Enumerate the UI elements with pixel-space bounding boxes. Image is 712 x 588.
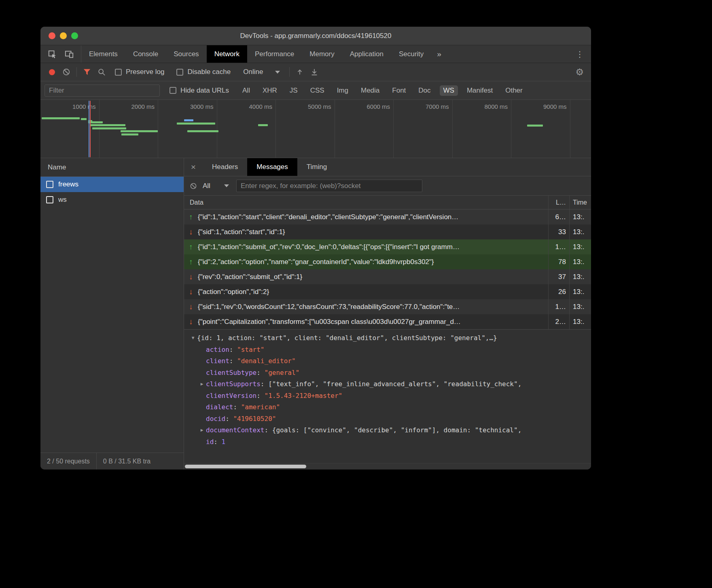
filter-chip-css[interactable]: CSS xyxy=(307,85,328,96)
clear-messages-icon[interactable] xyxy=(190,182,197,190)
minimize-window-button[interactable] xyxy=(60,32,67,39)
filter-chip-img[interactable]: Img xyxy=(333,85,352,96)
message-data: {"rev":0,"action":"submit_ot","id":1} xyxy=(198,269,548,284)
filter-chip-media[interactable]: Media xyxy=(357,85,383,96)
expander-slot xyxy=(198,367,206,379)
message-row[interactable]: ↓ {"point":"Capitalization","transforms"… xyxy=(184,314,591,329)
received-arrow-icon: ↓ xyxy=(184,314,198,329)
request-detail-panel: × Headers Messages Timing All Data L… Ti… xyxy=(184,158,591,470)
json-value: "1.5.43-2120+master" xyxy=(265,390,343,402)
preserve-log-group: Preserve log xyxy=(115,68,164,76)
tab-performance[interactable]: Performance xyxy=(247,45,302,63)
filter-chip-doc[interactable]: Doc xyxy=(415,85,434,96)
filter-chip-xhr[interactable]: XHR xyxy=(259,85,281,96)
record-network-log-button[interactable] xyxy=(44,65,59,79)
message-row[interactable]: ↓ {"rev":0,"action":"submit_ot","id":1} … xyxy=(184,269,591,284)
filter-chip-all[interactable]: All xyxy=(239,85,254,96)
tab-application[interactable]: Application xyxy=(342,45,391,63)
message-type-value: All xyxy=(203,182,210,190)
message-row[interactable]: ↓ {"sid":1,"rev":0,"wordsCount":12,"char… xyxy=(184,299,591,314)
message-length: 1… xyxy=(548,239,569,254)
message-row[interactable]: ↑ {"id":2,"action":"option","name":"gnar… xyxy=(184,254,591,269)
disable-cache-group: Disable cache xyxy=(176,68,231,76)
preserve-log-checkbox[interactable] xyxy=(115,69,122,76)
request-row-freews[interactable]: freews xyxy=(40,177,184,192)
filter-chip-ws[interactable]: WS xyxy=(440,85,458,96)
search-icon[interactable] xyxy=(94,65,109,79)
settings-gear-icon[interactable]: ⚙ xyxy=(575,67,587,78)
json-value: "denali_editor" xyxy=(237,355,296,367)
tab-network[interactable]: Network xyxy=(207,45,247,63)
sent-arrow-icon: ↑ xyxy=(184,239,198,254)
tab-console[interactable]: Console xyxy=(125,45,166,63)
message-row[interactable]: ↓ {"sid":1,"action":"start","id":1} 33 1… xyxy=(184,224,591,239)
filter-chip-manifest[interactable]: Manifest xyxy=(463,85,496,96)
hide-data-urls-group: Hide data URLs xyxy=(170,87,229,95)
request-row-ws[interactable]: ws xyxy=(40,192,184,207)
requests-name-header[interactable]: Name xyxy=(40,158,184,177)
expand-icon[interactable]: ▶ xyxy=(198,379,206,390)
hide-data-urls-checkbox[interactable] xyxy=(170,87,176,94)
window-controls xyxy=(49,32,78,39)
message-time: 13:. xyxy=(569,224,591,239)
requests-panel: Name freews ws 2 / 50 requests 0 B / 31.… xyxy=(40,158,184,470)
message-length: 78 xyxy=(548,254,569,269)
json-value: "419610520" xyxy=(233,413,276,425)
websocket-request-icon xyxy=(46,196,53,203)
filter-chip-js[interactable]: JS xyxy=(286,85,301,96)
message-length: 6… xyxy=(548,209,569,224)
throttling-dropdown[interactable]: Online xyxy=(243,68,280,76)
messages-filter-bar: All xyxy=(184,176,591,196)
filter-input[interactable] xyxy=(44,85,160,97)
tab-elements[interactable]: Elements xyxy=(81,45,125,63)
column-header-data[interactable]: Data xyxy=(184,196,548,209)
detail-tab-bar: × Headers Messages Timing xyxy=(184,158,591,176)
request-name: freews xyxy=(58,180,78,188)
kebab-menu-icon[interactable]: ⋮ xyxy=(568,45,591,63)
network-overview-timeline[interactable]: 1000 ms 2000 ms 3000 ms 4000 ms 5000 ms … xyxy=(40,100,591,158)
disable-cache-checkbox[interactable] xyxy=(176,69,183,76)
tab-messages[interactable]: Messages xyxy=(247,158,297,176)
message-type-dropdown[interactable]: All xyxy=(203,182,229,190)
inspect-element-icon[interactable] xyxy=(44,45,61,63)
device-toolbar-icon[interactable] xyxy=(61,45,78,63)
message-data: {"id":1,"action":"start","client":"denal… xyxy=(198,209,548,224)
message-data: {"action":"option","id":2} xyxy=(198,284,548,299)
close-detail-icon[interactable]: × xyxy=(184,158,203,176)
import-har-icon[interactable] xyxy=(292,65,307,79)
main-tab-bar: Elements Console Sources Network Perform… xyxy=(40,45,591,63)
tab-memory[interactable]: Memory xyxy=(302,45,342,63)
tab-headers[interactable]: Headers xyxy=(203,158,247,176)
collapse-icon[interactable]: ▼ xyxy=(189,332,197,344)
zoom-window-button[interactable] xyxy=(71,32,78,39)
column-header-time[interactable]: Time xyxy=(569,196,591,209)
horizontal-scrollbar[interactable] xyxy=(184,463,591,470)
titlebar[interactable]: DevTools - app.grammarly.com/ddocs/41961… xyxy=(40,27,591,45)
message-time: 13:. xyxy=(569,209,591,224)
expand-icon[interactable]: ▶ xyxy=(198,425,206,436)
json-key: clientSupports xyxy=(206,379,261,390)
scrollbar-thumb[interactable] xyxy=(185,465,306,468)
filter-chip-font[interactable]: Font xyxy=(388,85,409,96)
tab-timing[interactable]: Timing xyxy=(297,158,336,176)
tab-sources[interactable]: Sources xyxy=(166,45,206,63)
export-har-icon[interactable] xyxy=(307,65,322,79)
close-window-button[interactable] xyxy=(49,32,55,39)
message-row[interactable]: ↑ {"id":1,"action":"submit_ot","rev":0,"… xyxy=(184,239,591,254)
filter-chip-other[interactable]: Other xyxy=(502,85,526,96)
column-header-length[interactable]: L… xyxy=(548,196,569,209)
tab-security[interactable]: Security xyxy=(391,45,431,63)
received-arrow-icon: ↓ xyxy=(184,299,198,314)
window-title: DevTools - app.grammarly.com/ddocs/41961… xyxy=(40,32,591,40)
received-arrow-icon: ↓ xyxy=(184,269,198,284)
message-row[interactable]: ↓ {"action":"option","id":2} 26 13:. xyxy=(184,284,591,299)
message-row[interactable]: ↑ {"id":1,"action":"start","client":"den… xyxy=(184,209,591,224)
clear-network-log-button[interactable] xyxy=(59,65,74,79)
hide-data-urls-label: Hide data URLs xyxy=(180,87,229,95)
filter-toggle-icon[interactable] xyxy=(80,65,94,79)
json-entry: docid: "419610520" xyxy=(184,413,591,425)
message-time: 13:. xyxy=(569,254,591,269)
json-value: "start" xyxy=(237,344,264,356)
more-tabs-button[interactable]: » xyxy=(431,45,447,63)
regex-filter-input[interactable] xyxy=(236,180,422,192)
